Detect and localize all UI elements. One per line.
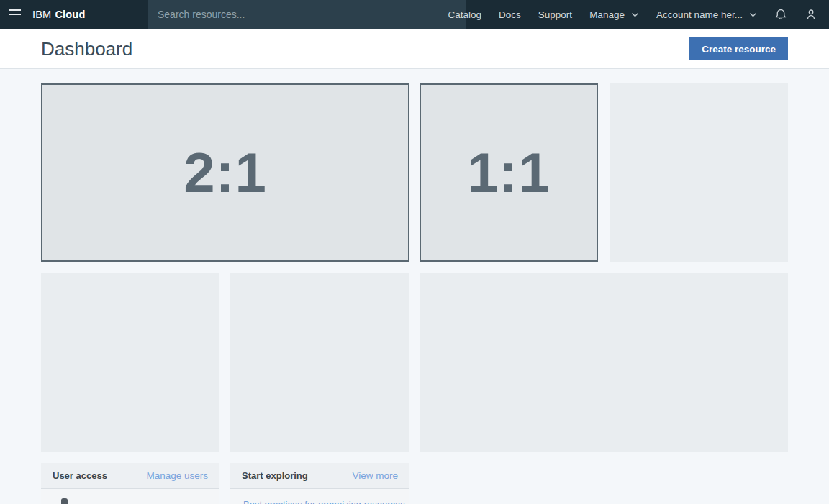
exploring-item-link[interactable]: Best practices for organizing resources [230, 489, 409, 504]
placeholder-panel-row2-col1 [41, 273, 219, 452]
start-exploring-title: Start exploring [242, 470, 308, 481]
nav-item-manage[interactable]: Manage [589, 9, 639, 20]
page-title: Dashboard [41, 29, 132, 69]
ratio-label-1to1: 1:1 [467, 140, 551, 206]
placeholder-panel-row2-col2 [230, 273, 409, 452]
brand-prefix: IBM [32, 9, 51, 20]
hamburger-menu-icon[interactable] [9, 9, 21, 20]
manage-label: Manage [589, 9, 625, 20]
nav-item-docs[interactable]: Docs [499, 9, 521, 20]
user-icon [61, 498, 68, 504]
nav-item-support[interactable]: Support [538, 9, 572, 20]
placeholder-panel-row1-col4 [610, 83, 788, 262]
user-access-card: User access Manage users [41, 463, 219, 504]
create-resource-button[interactable]: Create resource [689, 37, 788, 60]
start-exploring-card-header: Start exploring View more [230, 463, 409, 489]
placeholder-panel-1to1: 1:1 [420, 83, 598, 262]
account-selector[interactable]: Account name her... [656, 9, 757, 20]
view-more-link[interactable]: View more [352, 470, 398, 481]
navbar-right: Catalog Docs Support Manage Account name… [448, 0, 829, 29]
user-access-title: User access [53, 470, 107, 481]
account-name-label: Account name her... [656, 9, 743, 20]
manage-users-link[interactable]: Manage users [146, 470, 208, 481]
user-access-card-header: User access Manage users [41, 463, 219, 489]
placeholder-panel-row2-col3-4 [420, 273, 788, 452]
search-box [148, 0, 466, 29]
brand-logo: IBM Cloud [32, 0, 85, 29]
notifications-bell-icon[interactable] [774, 8, 787, 21]
placeholder-panel-2to1: 2:1 [41, 83, 409, 262]
start-exploring-card: Start exploring View more Best practices… [230, 463, 409, 504]
user-avatar-icon[interactable] [805, 8, 817, 21]
nav-item-catalog[interactable]: Catalog [448, 9, 482, 20]
search-input[interactable] [148, 0, 466, 29]
top-navbar: IBM Cloud Catalog Docs Support Manage Ac… [0, 0, 829, 29]
ratio-label-2to1: 2:1 [184, 140, 267, 206]
chevron-down-icon [749, 11, 757, 19]
brand-suffix: Cloud [55, 9, 85, 20]
chevron-down-icon [631, 11, 639, 19]
page-header: Dashboard Create resource [0, 29, 829, 69]
